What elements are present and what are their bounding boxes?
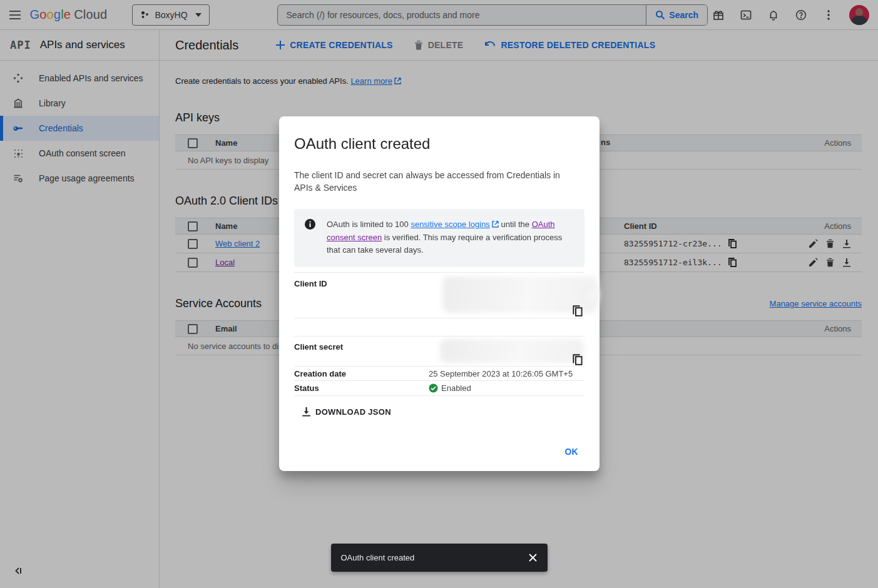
status-label: Status	[294, 383, 429, 393]
dialog-description: The client ID and secret can always be a…	[294, 169, 569, 194]
creation-date-value: 25 September 2023 at 10:26:05 GMT+5	[429, 369, 584, 378]
dialog-title: OAuth client created	[294, 135, 584, 153]
external-link-icon	[492, 219, 499, 231]
status-row: Status Enabled	[294, 380, 584, 396]
download-icon	[302, 407, 311, 417]
ok-button[interactable]: OK	[559, 443, 583, 460]
check-circle-icon	[429, 383, 438, 393]
creation-date-label: Creation date	[294, 369, 429, 378]
notice-banner: OAuth is limited to 100 sensitive scope …	[294, 209, 584, 267]
client-id-row: Client ID	[294, 272, 584, 318]
status-badge: Enabled	[441, 383, 471, 393]
creation-date-row: Creation date 25 September 2023 at 10:26…	[294, 366, 584, 380]
notice-pre: OAuth is limited to 100	[327, 220, 411, 229]
client-id-redacted	[582, 289, 599, 300]
snackbar-message: OAuth client created	[341, 553, 528, 562]
notice-mid: until the	[499, 220, 532, 229]
info-icon	[304, 218, 316, 256]
client-secret-redacted	[440, 339, 584, 363]
oauth-client-created-dialog: OAuth client created The client ID and s…	[279, 116, 600, 471]
sensitive-scope-logins-link[interactable]: sensitive scope logins	[411, 220, 489, 229]
download-json-button[interactable]: DOWNLOAD JSON	[297, 403, 396, 420]
download-json-label: DOWNLOAD JSON	[315, 407, 391, 417]
client-secret-label: Client secret	[294, 337, 429, 366]
snackbar: OAuth client created	[331, 544, 548, 572]
client-id-label: Client ID	[294, 273, 429, 318]
copy-icon[interactable]	[573, 305, 583, 319]
spacer-row	[294, 318, 584, 336]
close-icon[interactable]	[528, 553, 538, 562]
notice-text: OAuth is limited to 100 sensitive scope …	[327, 218, 574, 256]
client-secret-row: Client secret	[294, 336, 584, 366]
